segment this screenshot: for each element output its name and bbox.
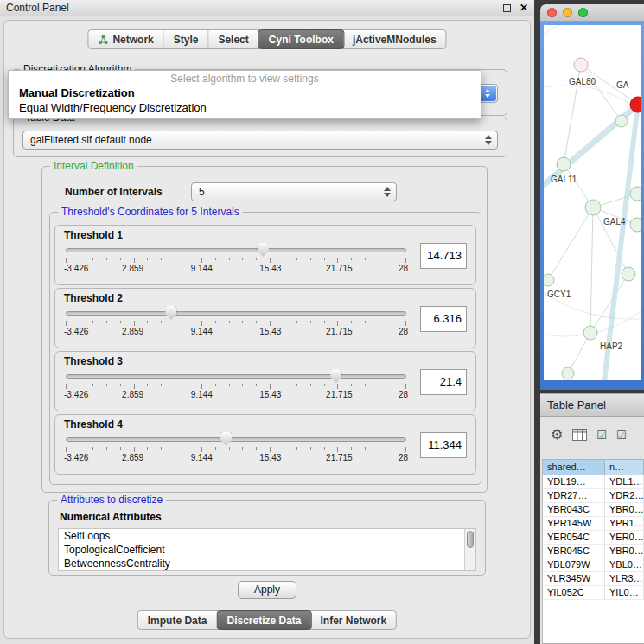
table-cell: YDR2…	[605, 489, 644, 502]
slider-track[interactable]	[66, 248, 406, 252]
tick-mark	[256, 447, 257, 450]
apply-button[interactable]: Apply	[238, 581, 296, 599]
table-column-header-0[interactable]: shared…	[543, 460, 605, 475]
network-edge[interactable]	[548, 207, 593, 280]
gear-icon[interactable]: ⚙	[551, 428, 563, 442]
bottom-tab-impute-data[interactable]: Impute Data	[138, 611, 218, 629]
table-cell: YIL0…	[605, 586, 644, 599]
attribute-list-item-topologicalcoefficient[interactable]: TopologicalCoefficient	[59, 543, 475, 557]
tick-mark	[324, 321, 325, 323]
slider-thumb[interactable]	[258, 243, 269, 257]
select-all-icon[interactable]: ☑	[596, 429, 607, 442]
network-node[interactable]	[615, 115, 628, 127]
threshold-value-field[interactable]: 11.344	[420, 432, 467, 458]
tab-jactivemnodules[interactable]: jActiveMNodules	[343, 30, 446, 48]
network-edge[interactable]	[581, 65, 622, 121]
numerical-attributes-list[interactable]: SelfLoopsTopologicalCoefficientBetweenne…	[58, 528, 476, 571]
network-edge[interactable]	[604, 105, 638, 380]
mac-minimize-button[interactable]	[563, 8, 572, 17]
columns-icon[interactable]	[572, 429, 587, 441]
attribute-list-item-betweennesscentrality[interactable]: BetweennessCentrality	[59, 557, 475, 571]
tick-mark	[92, 321, 93, 323]
threshold-slider[interactable]	[64, 431, 408, 447]
network-canvas[interactable]: GAL80GAGAL11GAL4GCY1HAP2	[544, 25, 641, 380]
tick-mark	[161, 258, 162, 260]
bottom-tab-infer-network[interactable]: Infer Network	[311, 611, 397, 629]
network-node[interactable]	[574, 58, 588, 72]
tab-cyni-toolbox[interactable]: Cyni Toolbox	[258, 29, 344, 49]
tick-mark	[270, 384, 271, 389]
slider-track[interactable]	[66, 311, 406, 316]
slider-track[interactable]	[66, 374, 406, 379]
table-row[interactable]: YLR345WYLR3…	[543, 572, 644, 586]
mac-close-button[interactable]	[547, 8, 557, 17]
network-node[interactable]	[630, 218, 641, 232]
tick-mark	[80, 321, 80, 323]
tick-mark	[106, 258, 107, 260]
num-intervals-select[interactable]: 5	[191, 182, 397, 201]
network-node[interactable]	[544, 274, 554, 286]
table-row[interactable]: YPR145WYPR1…	[543, 517, 644, 531]
network-node[interactable]	[557, 157, 571, 171]
tab-bar: NetworkStyleSelectCyni ToolboxjActiveMNo…	[87, 29, 446, 49]
slider-thumb[interactable]	[220, 432, 232, 446]
tick-mark	[229, 384, 230, 386]
table-row[interactable]: YDL19…YDL1…	[543, 475, 644, 489]
algorithm-popup-item-manual-discretization[interactable]: Manual Discretization	[9, 86, 481, 100]
table-data-select[interactable]: galFiltered.sif default node	[22, 131, 498, 150]
table-row[interactable]: YER054CYER0…	[543, 531, 644, 545]
table-column-header-1[interactable]: n…	[605, 460, 644, 475]
combo-arrows-icon[interactable]	[384, 187, 391, 197]
table-row[interactable]: YBR045CYBR0…	[543, 545, 644, 558]
tick-mark	[310, 258, 311, 260]
tab-style[interactable]: Style	[164, 30, 209, 48]
network-node[interactable]	[583, 326, 597, 340]
tab-select[interactable]: Select	[208, 30, 258, 48]
threshold-label: Threshold 2	[64, 292, 408, 304]
list-scrollbar[interactable]	[464, 529, 475, 570]
threshold-value-field[interactable]: 21.4	[420, 369, 467, 395]
tick-mark	[379, 384, 379, 386]
network-window-titlebar[interactable]	[540, 4, 644, 22]
network-node[interactable]	[585, 200, 601, 215]
tab-network[interactable]: Network	[88, 30, 163, 48]
table-row[interactable]: YBR043CYBR0…	[543, 503, 644, 517]
threshold-slider[interactable]	[64, 368, 408, 384]
tick-mark	[351, 384, 352, 386]
control-panel-titlebar[interactable]: Control Panel ✕	[0, 0, 534, 16]
slider-track[interactable]	[66, 437, 406, 442]
threshold-label: Threshold 4	[64, 418, 408, 430]
threshold-value-field[interactable]: 14.713	[420, 243, 467, 269]
slider-thumb[interactable]	[165, 306, 176, 320]
slider-scale-label: 21.715	[326, 453, 353, 462]
threshold-value-field[interactable]: 6.316	[420, 306, 467, 332]
network-node[interactable]	[630, 187, 641, 201]
close-icon[interactable]: ✕	[520, 3, 528, 13]
network-graph[interactable]: GAL80GAGAL11GAL4GCY1HAP2	[544, 25, 641, 380]
combo-arrows-icon[interactable]	[485, 135, 492, 145]
network-node-label: HAP2	[600, 341, 623, 351]
network-node[interactable]	[622, 267, 635, 281]
algorithm-popup-item-equal-width-frequency-discretization[interactable]: Equal Width/Frequency Discretization	[9, 100, 481, 115]
network-node-label: GCY1	[547, 290, 571, 299]
tick-mark	[284, 447, 284, 450]
table-row[interactable]: YIL052CYIL0…	[543, 586, 644, 600]
threshold-slider[interactable]	[64, 242, 408, 258]
combo-arrows-icon[interactable]	[479, 86, 496, 101]
tick-mark	[147, 447, 148, 450]
slider-thumb[interactable]	[330, 369, 341, 383]
table-row[interactable]: YDR27…YDR2…	[543, 489, 644, 503]
bottom-tab-discretize-data[interactable]: Discretize Data	[216, 610, 311, 630]
table-row[interactable]: YBL079WYBL0…	[543, 558, 644, 572]
float-window-icon[interactable]	[503, 4, 511, 12]
table-panel-header[interactable]: Table Panel	[540, 393, 644, 417]
tick-mark	[405, 447, 406, 452]
network-node[interactable]	[562, 367, 574, 379]
tick-mark	[134, 447, 135, 452]
scrollbar-thumb[interactable]	[467, 531, 474, 548]
mac-zoom-button[interactable]	[578, 8, 588, 17]
select-none-icon[interactable]: ☑	[616, 429, 627, 442]
threshold-slider[interactable]	[64, 305, 408, 321]
tick-mark	[284, 321, 284, 323]
attribute-list-item-selfloops[interactable]: SelfLoops	[59, 529, 475, 543]
